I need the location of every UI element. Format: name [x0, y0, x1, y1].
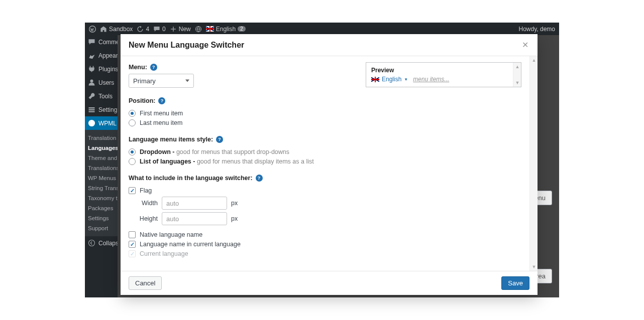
- modal-header: New Menu Language Switcher ✕: [121, 34, 538, 56]
- submenu-string-trans[interactable]: String Trans: [85, 183, 118, 193]
- radio-icon[interactable]: [129, 148, 136, 155]
- submenu-packages[interactable]: Packages: [85, 203, 118, 213]
- new-content[interactable]: New: [170, 26, 191, 33]
- submenu-translation-management[interactable]: Translation Management: [85, 133, 118, 143]
- preview-lang-label: English: [382, 76, 401, 83]
- modal-body: Menu: ? Primary Position: ?: [121, 56, 538, 271]
- svg-rect-6: [89, 109, 95, 110]
- radio-icon[interactable]: [129, 158, 136, 165]
- radio-icon[interactable]: [129, 119, 136, 126]
- menu-label: Menu: ?: [129, 64, 157, 71]
- option-label: List of languages - good for menus that …: [140, 158, 314, 165]
- sidebar-label: Users: [98, 79, 114, 86]
- sidebar-label: Collaps: [98, 240, 118, 247]
- submenu-languages[interactable]: Languages: [85, 143, 118, 153]
- include-current-lang-option[interactable]: Current language: [129, 250, 356, 257]
- position-label: Position: ?: [129, 97, 165, 104]
- sidebar-item-appearance[interactable]: Appear: [85, 49, 118, 62]
- option-label: Native language name: [140, 231, 202, 238]
- modal-scrollbar[interactable]: ▲ ▼: [529, 56, 538, 271]
- site-name-label: Sandbox: [109, 26, 133, 33]
- preview-title: Preview: [371, 67, 510, 74]
- help-icon[interactable]: ?: [216, 136, 223, 143]
- sidebar-label: Comme: [98, 39, 118, 46]
- scroll-down-icon[interactable]: ▼: [531, 264, 537, 270]
- help-icon[interactable]: ?: [256, 175, 263, 182]
- svg-rect-2: [171, 29, 176, 29]
- checkbox-icon[interactable]: [129, 231, 136, 238]
- updates[interactable]: 4: [137, 26, 149, 33]
- radio-icon[interactable]: [129, 110, 136, 117]
- flag-uk-icon: [206, 26, 214, 32]
- preview-menu-items-link[interactable]: menu items...: [413, 76, 449, 83]
- sidebar-label: WPML: [98, 120, 117, 127]
- submenu-settings[interactable]: Settings: [85, 213, 118, 223]
- help-icon[interactable]: ?: [150, 64, 157, 71]
- site-name[interactable]: Sandbox: [100, 26, 133, 33]
- howdy-label: Howdy, demo: [519, 26, 555, 33]
- submenu-translations[interactable]: Translations: [85, 163, 118, 173]
- preview-scrollbar[interactable]: ▲ ▼: [513, 63, 521, 87]
- menu-select[interactable]: Primary: [129, 74, 194, 88]
- checkbox-icon[interactable]: [129, 250, 136, 257]
- include-current-lang-name-option[interactable]: Language name in current language: [129, 241, 356, 248]
- flag-width-input[interactable]: [162, 197, 227, 210]
- dim-label: Width: [139, 200, 158, 207]
- language-bar-label: English: [216, 26, 236, 33]
- sidebar-label: Setting: [98, 106, 117, 113]
- scroll-down-icon[interactable]: ▼: [514, 80, 520, 86]
- wpml-icon[interactable]: [195, 26, 202, 33]
- include-label: What to include in the language switcher…: [129, 175, 263, 182]
- submenu-theme-localization[interactable]: Theme and localization: [85, 153, 118, 163]
- menu-select-value: Primary: [133, 77, 156, 85]
- save-button[interactable]: Save: [501, 276, 529, 290]
- dim-label: Height: [139, 215, 158, 222]
- new-label: New: [179, 26, 191, 33]
- howdy[interactable]: Howdy, demo: [519, 26, 555, 33]
- updates-count: 4: [146, 26, 149, 33]
- scroll-up-icon[interactable]: ▲: [514, 64, 520, 70]
- include-native-name-option[interactable]: Native language name: [129, 231, 356, 238]
- checkbox-icon[interactable]: [129, 241, 136, 248]
- position-first-option[interactable]: First menu item: [129, 110, 356, 117]
- wp-logo[interactable]: [89, 26, 96, 33]
- submenu-support[interactable]: Support: [85, 223, 118, 233]
- scroll-up-icon[interactable]: ▲: [531, 57, 537, 63]
- style-dropdown-option[interactable]: Dropdown - good for menus that support d…: [129, 148, 356, 155]
- flag-uk-icon: [371, 77, 379, 82]
- modal-title: New Menu Language Switcher: [129, 41, 244, 50]
- sidebar-item-plugins[interactable]: Plugins: [85, 62, 118, 76]
- style-list-option[interactable]: List of languages - good for menus that …: [129, 158, 356, 165]
- sidebar-item-comments[interactable]: Comme: [85, 35, 118, 49]
- sidebar-submenu: Translation Management Languages Theme a…: [85, 130, 118, 236]
- option-label: Current language: [140, 250, 188, 257]
- include-flag-option[interactable]: Flag: [129, 187, 356, 194]
- submenu-wp-menus[interactable]: WP Menus: [85, 173, 118, 183]
- svg-point-4: [90, 80, 93, 83]
- sidebar-collapse[interactable]: Collaps: [85, 236, 118, 250]
- comments[interactable]: 0: [153, 26, 166, 33]
- flag-height-row: Height px: [139, 212, 356, 225]
- chevron-down-icon: ▼: [404, 77, 408, 82]
- position-last-option[interactable]: Last menu item: [129, 119, 356, 126]
- help-icon[interactable]: ?: [158, 97, 165, 104]
- sidebar-label: Appear: [98, 52, 118, 59]
- cancel-button[interactable]: Cancel: [129, 276, 162, 290]
- preview-box: Preview English ▼ menu items...: [366, 62, 521, 87]
- submenu-taxonomy[interactable]: Taxonomy t: [85, 193, 118, 203]
- language-bar[interactable]: English 2: [206, 26, 246, 33]
- option-label: Flag: [140, 187, 152, 194]
- svg-point-9: [89, 240, 95, 246]
- sidebar-label: Plugins: [98, 66, 118, 73]
- sidebar-item-users[interactable]: Users: [85, 76, 118, 89]
- preview-language-link[interactable]: English ▼: [371, 76, 408, 83]
- option-label: Last menu item: [140, 119, 182, 126]
- sidebar-item-tools[interactable]: Tools: [85, 89, 118, 103]
- option-label: Dropdown - good for menus that support d…: [140, 148, 289, 155]
- admin-bar: Sandbox 4 0 New: [85, 23, 559, 35]
- flag-height-input[interactable]: [162, 212, 227, 225]
- sidebar-item-wpml[interactable]: WPML: [85, 116, 118, 130]
- sidebar-item-settings[interactable]: Setting: [85, 103, 118, 116]
- close-icon[interactable]: ✕: [521, 39, 529, 51]
- checkbox-icon[interactable]: [129, 187, 136, 194]
